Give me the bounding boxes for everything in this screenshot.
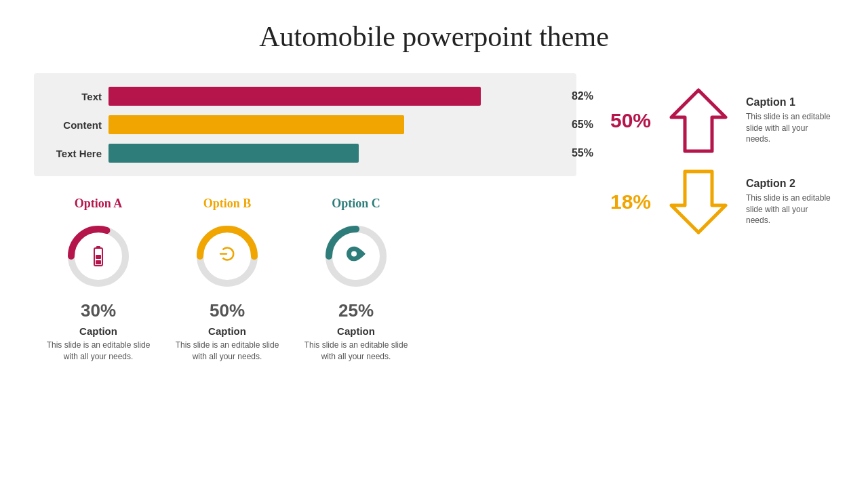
donut-icon: [87, 246, 109, 266]
bar-track: 65%: [108, 115, 563, 134]
arrow-item: 18% Caption 2 This slide is an editable …: [604, 168, 834, 236]
bar-label: Text Here: [41, 148, 102, 159]
left-section: Text 82% Content 65% Text Here 55% Optio…: [34, 73, 576, 363]
page-title: Automobile powerpoint theme: [34, 20, 834, 53]
arrow-caption: Caption 2 This slide is an editable slid…: [746, 178, 834, 226]
donut-caption-text: This slide is an editable slide with all…: [170, 340, 285, 363]
arrow-item: 50% Caption 1 This slide is an editable …: [604, 87, 834, 155]
donut-wrapper: [61, 219, 136, 293]
donut-wrapper: [319, 219, 393, 293]
bar-label: Content: [41, 119, 102, 131]
donut-title: Option A: [75, 197, 123, 211]
svg-rect-4: [96, 260, 101, 264]
bar-row: Text Here 55%: [41, 144, 563, 163]
arrow-svg-wrapper: [665, 168, 732, 236]
bar-row: Content 65%: [41, 115, 563, 134]
donut-caption-title: Caption: [208, 325, 246, 337]
bar-chart: Text 82% Content 65% Text Here 55%: [34, 73, 576, 176]
donut-wrapper: [190, 219, 264, 293]
arrow-svg-wrapper: [665, 87, 732, 155]
bar-track: 55%: [108, 144, 563, 163]
donut-icon: [218, 245, 237, 268]
bar-pct: 82%: [572, 90, 593, 102]
svg-rect-3: [96, 246, 100, 248]
main-content: Text 82% Content 65% Text Here 55% Optio…: [34, 73, 834, 363]
donut-caption-title: Caption: [337, 325, 375, 337]
arrow-caption-text: This slide is an editable slide with all…: [746, 111, 834, 145]
arrow-pct: 18%: [604, 190, 651, 214]
arrow-caption-text: This slide is an editable slide with all…: [746, 192, 834, 226]
svg-point-10: [351, 251, 357, 257]
donut-title: Option C: [332, 197, 380, 211]
donut-item: Option C 25% Caption This slide is an ed…: [298, 197, 414, 363]
bar-fill: [108, 115, 404, 134]
svg-marker-11: [671, 90, 726, 151]
bar-label: Text: [41, 91, 102, 102]
svg-marker-12: [671, 171, 726, 232]
svg-rect-5: [96, 255, 101, 259]
donut-caption-title: Caption: [79, 325, 117, 337]
arrow-caption: Caption 1 This slide is an editable slid…: [746, 96, 834, 145]
donut-caption-text: This slide is an editable slide with all…: [298, 340, 414, 363]
bar-fill: [108, 87, 481, 106]
donut-pct: 25%: [338, 300, 374, 321]
arrow-caption-title: Caption 1: [746, 96, 834, 108]
donut-pct: 50%: [210, 300, 245, 321]
bar-fill: [108, 144, 359, 163]
bar-row: Text 82%: [41, 87, 563, 106]
bar-track: 82%: [108, 87, 563, 106]
donut-caption-text: This slide is an editable slide with all…: [41, 340, 156, 363]
arrow-pct: 50%: [604, 109, 651, 132]
arrow-caption-title: Caption 2: [746, 178, 834, 190]
donut-title: Option B: [203, 197, 252, 211]
donut-pct: 30%: [81, 300, 116, 321]
bar-pct: 65%: [572, 119, 593, 131]
donut-icon: [349, 245, 363, 268]
slide: Automobile powerpoint theme Text 82% Con…: [0, 0, 868, 488]
donuts-section: Option A 30% Caption This slide is an ed…: [34, 197, 576, 363]
donut-item: Option A 30% Caption This slide is an ed…: [41, 197, 156, 363]
right-section: 50% Caption 1 This slide is an editable …: [604, 73, 834, 363]
donut-item: Option B 50% Caption This slide is an ed…: [170, 197, 285, 363]
bar-pct: 55%: [572, 147, 593, 159]
